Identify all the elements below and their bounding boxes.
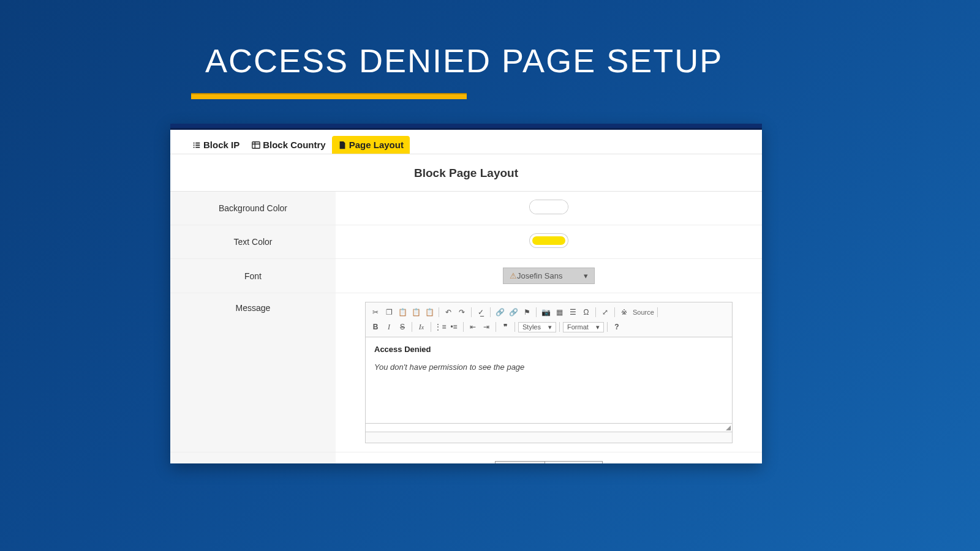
row-bg-color: Background Color	[170, 192, 762, 225]
row-bg-image: Background Image(980x551) Choose File N…	[170, 452, 762, 464]
document-icon	[338, 141, 347, 149]
message-label: Message	[170, 293, 336, 452]
maximize-icon[interactable]: ⤢	[599, 306, 611, 318]
section-title: Block Page Layout	[170, 154, 762, 192]
numbered-list-icon[interactable]: ⋮≡	[434, 321, 447, 333]
anchor-icon[interactable]: ⚑	[521, 306, 533, 318]
row-font: Font ⚠ Josefin Sans ▾	[170, 259, 762, 293]
help-icon[interactable]: ?	[611, 321, 623, 333]
message-body-text: You don't have permission to see the pag…	[374, 362, 723, 372]
paste-icon[interactable]: 📋	[396, 306, 409, 318]
removeformat-icon[interactable]: Ix	[415, 321, 428, 333]
copy-icon[interactable]: ❐	[383, 306, 395, 318]
editor-body[interactable]: Access Denied You don't have permission …	[366, 337, 732, 423]
list-icon	[192, 141, 201, 149]
source-label[interactable]: Source	[633, 309, 654, 316]
chevron-down-icon: ▾	[548, 323, 552, 331]
choose-file-button[interactable]: Choose File	[496, 462, 545, 463]
chevron-down-icon: ▾	[584, 271, 588, 280]
tab-block-ip[interactable]: Block IP	[186, 136, 246, 154]
editor-path-bar	[365, 432, 733, 443]
bg-image-label: Background Image(980x551)	[170, 452, 336, 464]
specialchar-icon[interactable]: Ω	[580, 306, 592, 318]
bg-color-label: Background Color	[170, 192, 336, 225]
text-color-label: Text Color	[170, 225, 336, 259]
italic-icon[interactable]: I	[383, 321, 395, 333]
tab-label: Page Layout	[349, 140, 404, 150]
format-combo[interactable]: Format▾	[563, 322, 604, 332]
spellcheck-icon[interactable]: ✓̲	[475, 306, 487, 318]
file-name-text: No file chosen	[545, 462, 601, 463]
bg-color-swatch[interactable]	[530, 200, 568, 214]
page-title: ACCESS DENIED PAGE SETUP	[205, 42, 723, 80]
tabs: Block IP Block Country Page Layout	[170, 130, 762, 154]
tab-label: Block Country	[263, 140, 326, 150]
resize-handle-icon[interactable]	[726, 425, 731, 430]
row-message: Message ✂ ❐ 📋 📋 📋 ↶ ↷	[170, 293, 762, 452]
image-icon[interactable]: 📷	[540, 306, 552, 318]
cut-icon[interactable]: ✂	[369, 306, 382, 318]
link-icon[interactable]: 🔗	[494, 306, 506, 318]
table-icon[interactable]: ▦	[553, 306, 565, 318]
unlink-icon[interactable]: 🔗	[507, 306, 519, 318]
text-color-swatch[interactable]	[530, 234, 568, 247]
editor-toolbar: ✂ ❐ 📋 📋 📋 ↶ ↷ ✓̲ 🔗 🔗	[366, 302, 732, 337]
panel-topbar	[170, 124, 762, 130]
font-select[interactable]: ⚠ Josefin Sans ▾	[503, 268, 595, 284]
hr-icon[interactable]: ☰	[567, 306, 579, 318]
editor-footer	[366, 423, 732, 432]
svg-rect-0	[252, 141, 260, 148]
strike-icon[interactable]: S	[396, 321, 409, 333]
row-text-color: Text Color	[170, 225, 762, 259]
font-label: Font	[170, 259, 336, 293]
tab-page-layout[interactable]: Page Layout	[332, 136, 410, 154]
bold-icon[interactable]: B	[369, 321, 382, 333]
settings-panel: Block IP Block Country Page Layout Block…	[170, 124, 762, 463]
source-icon[interactable]: ※	[618, 306, 630, 318]
title-underline	[191, 93, 467, 99]
rich-text-editor: ✂ ❐ 📋 📋 📋 ↶ ↷ ✓̲ 🔗 🔗	[365, 302, 733, 432]
font-value: Josefin Sans	[517, 271, 562, 280]
styles-combo[interactable]: Styles▾	[518, 322, 556, 332]
blockquote-icon[interactable]: ❞	[499, 321, 511, 333]
form-table: Background Color Text Color Font ⚠ Josef…	[170, 192, 762, 463]
paste-word-icon[interactable]: 📋	[423, 306, 435, 318]
indent-icon[interactable]: ⇥	[480, 321, 492, 333]
warning-icon: ⚠	[510, 271, 517, 280]
chevron-down-icon: ▾	[596, 323, 600, 331]
tab-label: Block IP	[203, 140, 239, 150]
undo-icon[interactable]: ↶	[442, 306, 454, 318]
paste-text-icon[interactable]: 📋	[410, 306, 422, 318]
bullet-list-icon[interactable]: •≡	[448, 321, 460, 333]
grid-icon	[252, 141, 260, 149]
tab-block-country[interactable]: Block Country	[246, 136, 332, 154]
outdent-icon[interactable]: ⇤	[467, 321, 479, 333]
file-picker[interactable]: Choose File No file chosen	[495, 461, 602, 463]
redo-icon[interactable]: ↷	[456, 306, 468, 318]
message-title-text: Access Denied	[374, 345, 723, 354]
